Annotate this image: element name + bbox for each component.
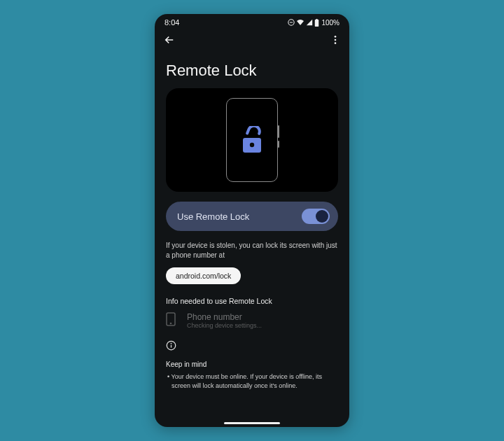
signal-icon xyxy=(306,19,313,26)
more-button[interactable] xyxy=(330,34,341,46)
svg-rect-2 xyxy=(315,20,319,27)
info-icon xyxy=(166,340,338,354)
svg-point-4 xyxy=(335,36,337,38)
toggle-switch[interactable] xyxy=(302,209,330,224)
url-chip[interactable]: android.com/lock xyxy=(166,267,241,284)
bullet-text: Your device must be online. If your devi… xyxy=(172,373,323,389)
phone-outline-icon xyxy=(166,312,177,329)
svg-point-8 xyxy=(250,143,254,147)
status-time: 8:04 xyxy=(164,18,179,27)
page-title: Remote Lock xyxy=(166,62,338,80)
keep-in-mind-label: Keep in mind xyxy=(166,360,338,368)
svg-point-10 xyxy=(170,323,171,323)
unlock-icon xyxy=(239,126,265,154)
hero-illustration xyxy=(166,88,338,192)
phone-number-row: Phone number Checking device settings... xyxy=(166,312,338,329)
svg-point-13 xyxy=(171,343,172,344)
content-area: Remote Lock Use Remote Lock If your devi… xyxy=(155,62,349,390)
section-info-label: Info needed to use Remote Lock xyxy=(166,297,338,305)
hero-phone-outline xyxy=(226,98,278,182)
description-text: If your device is stolen, you can lock i… xyxy=(166,241,338,260)
keep-in-mind-bullet: • Your device must be online. If your de… xyxy=(166,372,338,390)
battery-icon xyxy=(314,19,319,27)
toggle-label: Use Remote Lock xyxy=(177,211,249,222)
app-bar xyxy=(155,28,349,49)
svg-point-5 xyxy=(335,39,337,41)
dnd-icon xyxy=(288,19,295,26)
back-button[interactable] xyxy=(163,34,176,46)
svg-rect-3 xyxy=(316,19,318,20)
arrow-back-icon xyxy=(163,34,176,46)
svg-point-6 xyxy=(335,42,337,44)
use-remote-lock-toggle-row[interactable]: Use Remote Lock xyxy=(166,202,338,231)
phone-frame: 8:04 100% Remote Lock xyxy=(155,14,349,427)
more-vert-icon xyxy=(330,34,341,46)
home-indicator[interactable] xyxy=(224,422,280,424)
status-icons: 100% xyxy=(288,19,340,27)
battery-percent: 100% xyxy=(321,19,340,27)
phone-number-title: Phone number xyxy=(187,312,262,322)
status-bar: 8:04 100% xyxy=(155,14,349,28)
wifi-icon xyxy=(296,19,304,26)
phone-number-subtitle: Checking device settings... xyxy=(187,322,262,329)
phone-number-text: Phone number Checking device settings... xyxy=(187,312,262,329)
